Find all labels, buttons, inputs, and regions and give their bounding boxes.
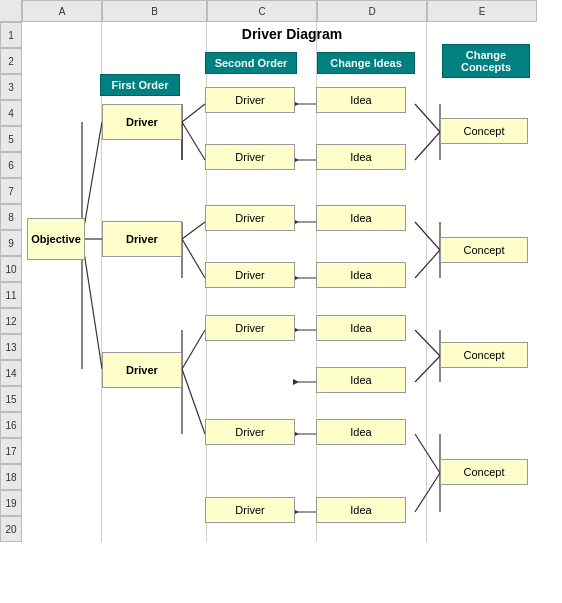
cell-6d[interactable] <box>207 152 317 178</box>
cell-12c[interactable] <box>102 308 207 334</box>
cell-16b[interactable] <box>22 412 102 438</box>
cell-20b[interactable] <box>22 516 102 542</box>
concept-box-2[interactable]: Concept <box>440 237 528 263</box>
cell-6c[interactable] <box>102 152 207 178</box>
cell-10d[interactable] <box>207 256 317 282</box>
row-num-1: 1 <box>0 22 22 48</box>
cell-12b[interactable] <box>22 308 102 334</box>
cell-18b[interactable] <box>22 464 102 490</box>
row-num-12: 12 <box>0 308 22 334</box>
cell-7c[interactable] <box>102 178 207 204</box>
cell-5e[interactable] <box>317 126 427 152</box>
cell-15b[interactable] <box>22 386 102 412</box>
cell-1b[interactable] <box>22 22 102 48</box>
cell-16d[interactable] <box>207 412 317 438</box>
cell-2e[interactable] <box>317 48 427 74</box>
cell-3c[interactable] <box>102 74 207 100</box>
cell-13d[interactable] <box>207 334 317 360</box>
change-concepts-header: Change Concepts <box>442 44 530 78</box>
cell-19e[interactable] <box>317 490 427 516</box>
cell-4e[interactable] <box>317 100 427 126</box>
row-num-16: 16 <box>0 412 22 438</box>
cell-11b[interactable] <box>22 282 102 308</box>
cell-1d[interactable] <box>207 22 317 48</box>
cell-13e[interactable] <box>317 334 427 360</box>
cell-8c[interactable] <box>102 204 207 230</box>
cell-8b[interactable] <box>22 204 102 230</box>
cell-5d[interactable] <box>207 126 317 152</box>
cell-15d[interactable] <box>207 386 317 412</box>
cell-18c[interactable] <box>102 464 207 490</box>
cell-10c[interactable] <box>102 256 207 282</box>
cell-11e[interactable] <box>317 282 427 308</box>
cell-3b[interactable] <box>22 74 102 100</box>
row-num-9: 9 <box>0 230 22 256</box>
cell-1e[interactable] <box>317 22 427 48</box>
cell-12d[interactable] <box>207 308 317 334</box>
row-num-14: 14 <box>0 360 22 386</box>
cell-3d[interactable] <box>207 74 317 100</box>
cell-14e[interactable] <box>317 360 427 386</box>
row-num-8: 8 <box>0 204 22 230</box>
cell-14c[interactable] <box>102 360 207 386</box>
cell-19c[interactable] <box>102 490 207 516</box>
cell-5b[interactable] <box>22 126 102 152</box>
row-num-2: 2 <box>0 48 22 74</box>
cell-7b[interactable] <box>22 178 102 204</box>
cell-17c[interactable] <box>102 438 207 464</box>
cell-1c[interactable] <box>102 22 207 48</box>
cell-7e[interactable] <box>317 178 427 204</box>
cell-11c[interactable] <box>102 282 207 308</box>
row-num-5: 5 <box>0 126 22 152</box>
cell-16c[interactable] <box>102 412 207 438</box>
cell-14d[interactable] <box>207 360 317 386</box>
row-num-20: 20 <box>0 516 22 542</box>
cell-7d[interactable] <box>207 178 317 204</box>
cell-17b[interactable] <box>22 438 102 464</box>
cell-6e[interactable] <box>317 152 427 178</box>
row-num-18: 18 <box>0 464 22 490</box>
row-num-6: 6 <box>0 152 22 178</box>
cell-15e[interactable] <box>317 386 427 412</box>
row-num-4: 4 <box>0 100 22 126</box>
row-num-15: 15 <box>0 386 22 412</box>
cell-8e[interactable] <box>317 204 427 230</box>
cell-20d[interactable] <box>207 516 317 542</box>
cell-11d[interactable] <box>207 282 317 308</box>
cell-18e[interactable] <box>317 464 427 490</box>
cell-19b[interactable] <box>22 490 102 516</box>
cell-17d[interactable] <box>207 438 317 464</box>
cell-15c[interactable] <box>102 386 207 412</box>
col-header-c: C <box>207 0 317 22</box>
cell-2d[interactable] <box>207 48 317 74</box>
cell-17e[interactable] <box>317 438 427 464</box>
cell-9b[interactable] <box>22 230 102 256</box>
cell-9d[interactable] <box>207 230 317 256</box>
cell-20c[interactable] <box>102 516 207 542</box>
cell-9e[interactable] <box>317 230 427 256</box>
cell-10b[interactable] <box>22 256 102 282</box>
cell-4b[interactable] <box>22 100 102 126</box>
cell-4c[interactable] <box>102 100 207 126</box>
cell-2b[interactable] <box>22 48 102 74</box>
concept-box-3[interactable]: Concept <box>440 342 528 368</box>
cell-2c[interactable] <box>102 48 207 74</box>
cell-6b[interactable] <box>22 152 102 178</box>
cell-13c[interactable] <box>102 334 207 360</box>
concept-box-4[interactable]: Concept <box>440 459 528 485</box>
cell-20e[interactable] <box>317 516 427 542</box>
cell-18d[interactable] <box>207 464 317 490</box>
cell-12e[interactable] <box>317 308 427 334</box>
cell-5c[interactable] <box>102 126 207 152</box>
cell-19d[interactable] <box>207 490 317 516</box>
cell-3e[interactable] <box>317 74 427 100</box>
cell-14b[interactable] <box>22 360 102 386</box>
cell-4d[interactable] <box>207 100 317 126</box>
cell-8d[interactable] <box>207 204 317 230</box>
cell-10e[interactable] <box>317 256 427 282</box>
cell-13b[interactable] <box>22 334 102 360</box>
cell-16e[interactable] <box>317 412 427 438</box>
cell-9c[interactable] <box>102 230 207 256</box>
row-num-11: 11 <box>0 282 22 308</box>
concept-box-1[interactable]: Concept <box>440 118 528 144</box>
